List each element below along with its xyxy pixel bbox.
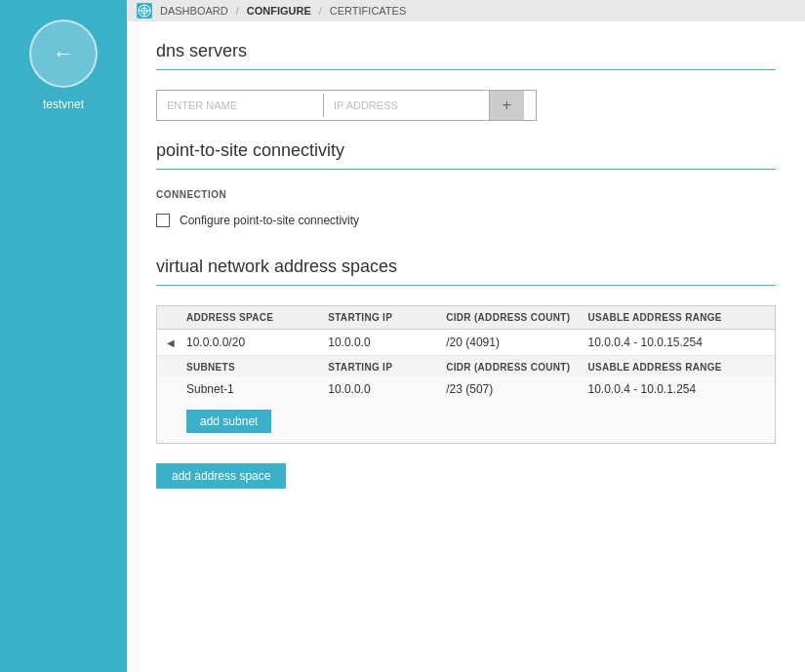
subnet-header-row: SUBNETS STARTING IP CIDR (ADDRESS COUNT)… bbox=[157, 356, 775, 376]
network-icon bbox=[138, 4, 151, 18]
topnav-dashboard[interactable]: DASHBOARD bbox=[160, 5, 228, 17]
subnet-usable: 10.0.0.4 - 10.0.1.254 bbox=[587, 382, 765, 396]
subnet-add-row: add subnet bbox=[157, 402, 775, 443]
address-space-table: ADDRESS SPACE STARTING IP CIDR (ADDRESS … bbox=[156, 305, 776, 444]
pts-divider bbox=[156, 169, 776, 170]
topnav-sep-2: / bbox=[319, 5, 322, 17]
vnet-section-title: virtual network address spaces bbox=[156, 257, 776, 277]
subnet-th-usable: USABLE ADDRESS RANGE bbox=[587, 362, 765, 373]
td-usable: 10.0.0.4 - 10.0.15.254 bbox=[587, 336, 765, 349]
vnet-divider bbox=[156, 285, 776, 286]
checkbox-row: Configure point-to-site connectivity bbox=[156, 214, 776, 227]
td-address-space: 10.0.0.0/20 bbox=[186, 336, 328, 349]
connection-label: CONNECTION bbox=[156, 189, 776, 200]
back-button[interactable]: ← bbox=[29, 20, 98, 88]
add-address-space-button[interactable]: add address space bbox=[156, 463, 286, 489]
dns-input-row: + bbox=[156, 90, 537, 121]
subnet-th-cidr: CIDR (ADDRESS COUNT) bbox=[446, 362, 587, 373]
subnet-cidr: /23 (507) bbox=[446, 382, 587, 396]
table-row: ◀ 10.0.0.0/20 10.0.0.0 /20 (4091) 10.0.0… bbox=[157, 330, 775, 356]
main-content: DASHBOARD / CONFIGURE / CERTIFICATES dns… bbox=[127, 0, 805, 672]
dns-divider bbox=[156, 69, 776, 70]
topnav: DASHBOARD / CONFIGURE / CERTIFICATES bbox=[127, 0, 805, 21]
dns-add-button[interactable]: + bbox=[489, 91, 524, 120]
th-address-space: ADDRESS SPACE bbox=[186, 312, 328, 323]
td-starting-ip: 10.0.0.0 bbox=[328, 336, 446, 349]
back-icon: ← bbox=[53, 41, 74, 66]
subnet-th-name: SUBNETS bbox=[186, 362, 328, 373]
topnav-configure[interactable]: CONFIGURE bbox=[247, 5, 311, 17]
subnet-container: SUBNETS STARTING IP CIDR (ADDRESS COUNT)… bbox=[157, 356, 775, 443]
vnet-section: virtual network address spaces ADDRESS S… bbox=[156, 257, 776, 489]
th-cidr: CIDR (ADDRESS COUNT) bbox=[446, 312, 587, 323]
topnav-certificates[interactable]: CERTIFICATES bbox=[330, 5, 406, 17]
sidebar: ← testvnet bbox=[0, 0, 127, 672]
add-subnet-button[interactable]: add subnet bbox=[186, 410, 271, 433]
table-header: ADDRESS SPACE STARTING IP CIDR (ADDRESS … bbox=[157, 306, 775, 330]
dns-name-input[interactable] bbox=[157, 94, 323, 117]
th-starting-ip: STARTING IP bbox=[328, 312, 446, 323]
content-area: dns servers + point-to-site connectivity… bbox=[127, 21, 805, 672]
row-toggle[interactable]: ◀ bbox=[167, 337, 186, 348]
subnet-th-ip: STARTING IP bbox=[328, 362, 446, 373]
topnav-sep-1: / bbox=[236, 5, 239, 17]
th-usable: USABLE ADDRESS RANGE bbox=[587, 312, 765, 323]
sidebar-title: testvnet bbox=[43, 98, 84, 111]
pts-section: point-to-site connectivity CONNECTION Co… bbox=[156, 140, 776, 227]
pts-section-title: point-to-site connectivity bbox=[156, 140, 776, 161]
subnet-data-row: Subnet-1 10.0.0.0 /23 (507) 10.0.0.4 - 1… bbox=[157, 376, 775, 402]
topnav-icon bbox=[137, 3, 152, 19]
subnet-starting-ip: 10.0.0.0 bbox=[328, 382, 446, 396]
subnet-name: Subnet-1 bbox=[186, 382, 328, 396]
pts-checkbox[interactable] bbox=[156, 214, 170, 227]
pts-checkbox-label: Configure point-to-site connectivity bbox=[180, 214, 359, 227]
dns-ip-input[interactable] bbox=[323, 94, 489, 117]
dns-section-title: dns servers bbox=[156, 41, 776, 61]
td-cidr: /20 (4091) bbox=[446, 336, 587, 349]
